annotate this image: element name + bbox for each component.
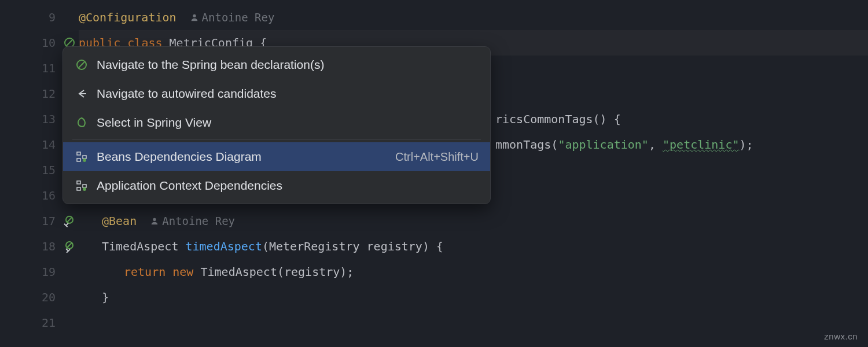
popup-item-navigate-bean[interactable]: Navigate to the Spring bean declaration(… [63, 50, 490, 79]
watermark: znwx.cn [824, 331, 858, 341]
diagram-icon [75, 150, 89, 164]
svg-line-11 [79, 62, 84, 68]
svg-rect-16 [77, 181, 80, 184]
line-number: 21 [42, 316, 56, 330]
line-number: 15 [42, 163, 56, 177]
circle-slash-icon [75, 58, 89, 72]
popup-item-label: Application Context Dependencies [97, 179, 479, 193]
author-hint: Antoine Rey [190, 11, 275, 24]
popup-item-label: Navigate to autowired candidates [97, 87, 479, 101]
popup-item-shortcut: Ctrl+Alt+Shift+U [395, 150, 479, 164]
author-hint: Antoine Rey [150, 215, 235, 227]
code-line: return new TimedAspect(registry); [79, 259, 868, 285]
svg-point-9 [153, 218, 156, 221]
popup-item-label: Select in Spring View [97, 116, 479, 130]
popup-divider [72, 139, 481, 140]
line-number: 11 [42, 61, 56, 75]
person-icon [190, 13, 198, 21]
gutter-popup: Navigate to the Spring bean declaration(… [62, 46, 491, 204]
popup-item-beans-diagram[interactable]: Beans Dependencies Diagram Ctrl+Alt+Shif… [63, 142, 490, 171]
svg-point-8 [193, 14, 196, 17]
spring-leaf-icon [75, 116, 89, 130]
code-line [79, 310, 868, 335]
popup-item-spring-view[interactable]: Select in Spring View [63, 108, 490, 137]
popup-item-autowired[interactable]: Navigate to autowired candidates [63, 79, 490, 108]
line-number: 10 [42, 36, 56, 50]
line-number: 9 [49, 10, 56, 24]
line-number: 14 [42, 138, 56, 152]
code-line: @Configuration Antoine Rey [79, 5, 868, 30]
svg-rect-14 [83, 156, 86, 158]
svg-point-15 [83, 158, 86, 162]
svg-line-7 [67, 243, 72, 248]
spring-bean-gutter-icon[interactable] [64, 215, 75, 227]
svg-rect-18 [83, 184, 86, 187]
arrow-left-icon [75, 87, 89, 101]
line-number: 12 [42, 87, 56, 101]
line-number: 13 [42, 112, 56, 126]
svg-line-1 [67, 40, 72, 46]
code-line: TimedAspect timedAspect ( MeterRegistry … [79, 234, 868, 259]
line-number: 20 [42, 290, 56, 304]
line-number: 19 [42, 265, 56, 279]
spring-bean-gutter-icon[interactable] [64, 241, 75, 252]
svg-rect-17 [77, 187, 80, 190]
code-line: } [79, 285, 868, 310]
line-number: 16 [42, 189, 56, 202]
line-number: 17 [42, 214, 56, 228]
svg-rect-12 [77, 152, 80, 155]
diagram-icon [75, 179, 89, 193]
svg-rect-13 [77, 158, 80, 161]
line-number: 18 [42, 239, 56, 253]
svg-point-19 [83, 187, 86, 191]
svg-line-5 [67, 217, 72, 222]
popup-item-label: Beans Dependencies Diagram [97, 150, 395, 164]
annotation: @Configuration [79, 10, 176, 24]
code-line: @Bean Antoine Rey [79, 208, 868, 234]
popup-item-label: Navigate to the Spring bean declaration(… [97, 58, 479, 72]
popup-item-context-deps[interactable]: Application Context Dependencies [63, 171, 490, 200]
gutter: 9 10 11 12 13 14 15 16 17 18 [0, 0, 64, 347]
person-icon [150, 217, 159, 225]
